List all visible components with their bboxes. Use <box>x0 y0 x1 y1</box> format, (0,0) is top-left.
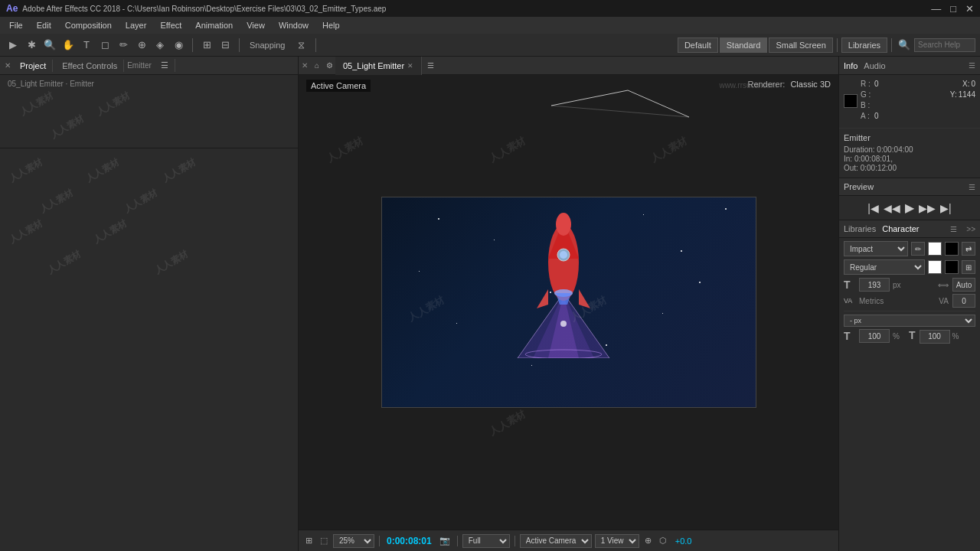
project-panel-close[interactable]: ✕ <box>5 61 11 70</box>
sep2 <box>457 536 458 546</box>
metrics-label: VA <box>844 297 856 305</box>
libraries-tab[interactable]: Libraries <box>844 224 876 233</box>
lib-char-header: Libraries Character ☰ >> <box>839 220 980 238</box>
brush-tool[interactable]: ✏ <box>115 37 132 54</box>
composition-tabs: ✕ ⌂ ⚙ 05_Light Emitter ✕ ☰ <box>299 57 838 75</box>
info-audio-header: Info Audio ☰ <box>839 57 980 75</box>
menu-view[interactable]: View <box>240 19 271 31</box>
kern-input[interactable] <box>952 294 975 308</box>
viewer-ctrl-overlay[interactable]: ⊕ <box>642 536 654 546</box>
workspace-default[interactable]: Default <box>678 37 718 53</box>
maximize-button[interactable]: □ <box>950 3 956 15</box>
watermark-1: 人人素材 <box>18 90 56 119</box>
eraser-tool[interactable]: ◈ <box>152 37 168 54</box>
project-tab[interactable]: Project <box>14 60 53 72</box>
zoom-select[interactable]: 25%50%100% <box>333 534 374 548</box>
text-tool[interactable]: T <box>78 37 95 54</box>
info-rgba: R : 0 X: 0 G : Y: 1144 B : <box>861 80 975 122</box>
comp-panel-close[interactable]: ✕ <box>302 61 308 70</box>
view-select[interactable]: 1 View <box>595 534 639 548</box>
watermark-3: 人人素材 <box>48 112 87 142</box>
menu-help[interactable]: Help <box>316 19 346 31</box>
character-tab[interactable]: Character <box>882 224 919 233</box>
height-input[interactable] <box>859 329 890 343</box>
timecode-display: 0:00:08:01 <box>384 536 434 546</box>
workspace-small[interactable]: Small Screen <box>769 37 832 53</box>
clone-tool[interactable]: ⊕ <box>133 37 150 54</box>
y-label: Y: <box>950 90 957 99</box>
info-a-row: A : 0 <box>861 112 975 120</box>
search-help-input[interactable] <box>914 38 975 52</box>
menu-file[interactable]: File <box>3 19 29 31</box>
preview-next-btn[interactable]: ▶▶ <box>919 202 936 214</box>
quality-select[interactable]: FullHalfQuarter <box>462 534 510 548</box>
snapping-toggle[interactable]: ⧖ <box>293 37 310 54</box>
audio-tab[interactable]: Audio <box>864 61 885 70</box>
stroke-color-swatch2[interactable] <box>945 260 959 274</box>
width-unit: % <box>952 332 959 341</box>
camera-select[interactable]: Active Camera <box>520 534 592 548</box>
watermark-2: 人人素材 <box>94 90 132 119</box>
viewer-ctrl-camera[interactable]: 📷 <box>437 536 452 546</box>
viewer-ctrl-grid[interactable]: ⊞ <box>303 536 315 546</box>
info-menu[interactable]: ☰ <box>969 61 975 70</box>
preview-first-btn[interactable]: |◀ <box>867 202 879 214</box>
font-select[interactable]: Impact <box>844 241 908 256</box>
g-label: G : <box>861 90 871 99</box>
menu-edit[interactable]: Edit <box>31 19 57 31</box>
font-pencil-btn[interactable]: ✏ <box>911 242 925 256</box>
stroke-color-swatch[interactable] <box>945 242 959 256</box>
comp-tab-active[interactable]: 05_Light Emitter ✕ <box>335 57 422 75</box>
preview-header: Preview ☰ <box>839 178 980 196</box>
bg-color-swatch[interactable] <box>928 260 942 274</box>
char-expand[interactable]: >> <box>966 225 975 233</box>
preview-prev-btn[interactable]: ◀◀ <box>884 202 900 214</box>
zoom-tool[interactable]: 🔍 <box>41 37 58 54</box>
shape-tool[interactable]: ◻ <box>96 37 113 54</box>
width-input[interactable] <box>920 330 950 344</box>
effect-controls-tab[interactable]: Effect Controls <box>56 60 124 72</box>
preview-play-btn[interactable]: ▶ <box>905 201 914 215</box>
comp-home-btn[interactable]: ⌂ <box>311 60 323 72</box>
viewer-ctrl-draft[interactable]: ⬡ <box>657 536 669 546</box>
r-label: R : <box>861 80 871 88</box>
comp-tab-close[interactable]: ✕ <box>407 62 413 70</box>
close-button[interactable]: ✕ <box>965 3 974 15</box>
stroke-icon-btn[interactable]: ⊞ <box>962 260 975 274</box>
viewer-ctrl-safe[interactable]: ⬚ <box>318 536 330 546</box>
libraries-btn[interactable]: Libraries <box>841 37 887 53</box>
font-size-input[interactable] <box>859 278 890 292</box>
pen-tool[interactable]: ✱ <box>23 37 40 54</box>
preview-last-btn[interactable]: ▶| <box>940 202 952 214</box>
tracking-input[interactable] <box>952 278 975 292</box>
preview-menu[interactable]: ☰ <box>969 183 975 191</box>
hand-tool[interactable]: ✋ <box>60 37 77 54</box>
a-value: 0 <box>874 112 879 120</box>
menu-animation[interactable]: Animation <box>189 19 239 31</box>
dist-btn[interactable]: ⊟ <box>217 37 234 54</box>
swap-colors-btn[interactable]: ⇄ <box>962 242 975 256</box>
toolbar-tools: ▶ ✱ 🔍 ✋ T ◻ ✏ ⊕ ◈ ◉ <box>5 37 187 54</box>
menu-effect[interactable]: Effect <box>154 19 188 31</box>
app-title: Adobe After Effects CC 2018 - C:\Users\I… <box>22 5 386 13</box>
workspace-standard[interactable]: Standard <box>720 37 768 53</box>
menu-layer[interactable]: Layer <box>119 19 153 31</box>
snapping-label[interactable]: Snapping <box>245 39 290 51</box>
comp-menu[interactable]: ☰ <box>422 57 439 74</box>
comp-settings-btn[interactable]: ⚙ <box>323 60 335 72</box>
fill-color-swatch[interactable] <box>928 242 942 256</box>
composition-viewer[interactable]: Active Camera Renderer: Classic 3D <box>299 75 838 530</box>
align-btn[interactable]: ⊞ <box>198 37 215 54</box>
minimize-button[interactable]: — <box>931 3 941 15</box>
selection-tool[interactable]: ▶ <box>5 37 21 54</box>
puppet-tool[interactable]: ◉ <box>170 37 187 54</box>
menu-composition[interactable]: Composition <box>59 19 118 31</box>
info-tab[interactable]: Info <box>844 61 858 70</box>
panel-menu-btn[interactable]: ☰ <box>155 59 175 72</box>
menu-window[interactable]: Window <box>273 19 315 31</box>
emitter-out: Out: 0:00:12:00 <box>844 164 975 172</box>
char-menu[interactable]: ☰ <box>950 225 957 233</box>
style-select[interactable]: Regular <box>844 259 925 275</box>
star-4 <box>643 214 644 215</box>
stroke-select[interactable]: - px <box>844 315 975 327</box>
